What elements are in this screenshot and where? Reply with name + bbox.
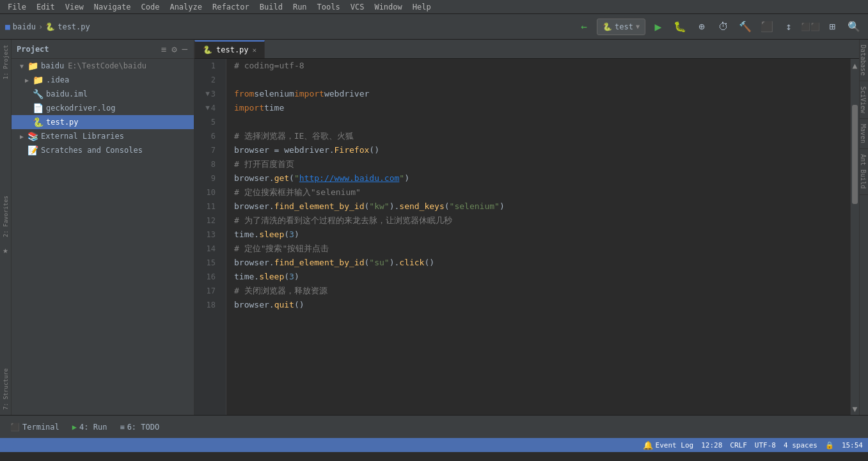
run-panel-button[interactable]: ▶ 4: Run xyxy=(67,420,113,434)
code-text-11i: ) xyxy=(500,199,505,214)
update-button[interactable]: ↕ xyxy=(780,18,798,36)
status-lock-icon: 🔒 xyxy=(825,441,834,449)
sidebar-minimize-button[interactable]: ─ xyxy=(181,43,189,56)
menu-build[interactable]: Build xyxy=(255,0,288,13)
sidebar-item-baidu-iml[interactable]: 🔧 baidu.iml xyxy=(12,87,194,101)
status-line-col[interactable]: 12:28 xyxy=(701,441,722,449)
code-text-13a: time. xyxy=(234,228,259,242)
code-text-9b: get xyxy=(274,171,289,185)
code-text-11c: ( xyxy=(365,199,370,214)
back-button[interactable]: ← xyxy=(575,18,593,36)
sidebar-item-scratches[interactable]: 📝 Scratches and Consoles xyxy=(12,143,194,157)
code-text-16a: time. xyxy=(234,270,259,284)
menu-tools[interactable]: Tools xyxy=(312,0,345,13)
left-icon-favorites[interactable]: 2: Favorites xyxy=(1,191,10,242)
code-text-15c: ( xyxy=(365,256,370,270)
run-config-label: test xyxy=(615,22,633,31)
sidebar-settings-button[interactable]: ≡ xyxy=(160,43,168,56)
debug-button[interactable]: 🐛 xyxy=(671,18,689,36)
sidebar-item-geckodriver[interactable]: 📄 geckodriver.log xyxy=(12,101,194,115)
left-icon-project[interactable]: 1: Project xyxy=(1,40,10,84)
status-encoding[interactable]: UTF-8 xyxy=(755,441,776,449)
code-area[interactable]: # coding=utf-8 from selenium import webd… xyxy=(226,59,850,415)
scroll-up-button[interactable]: ▲ xyxy=(851,59,859,72)
status-crlf[interactable]: CRLF xyxy=(730,441,747,449)
tree-label-testpy: test.py xyxy=(46,118,79,127)
terminal-button[interactable]: ⬛⬛ xyxy=(801,18,819,36)
sidebar-item-external-libs[interactable]: ▶ 📚 External Libraries xyxy=(12,129,194,143)
run-config-selector[interactable]: 🐍 test ▼ xyxy=(597,19,645,35)
stop-button[interactable]: ⬛ xyxy=(758,18,776,36)
gutter-11: 11 xyxy=(194,199,221,214)
right-tab-maven[interactable]: Maven xyxy=(860,119,868,149)
breadcrumb: ■ baidu › 🐍 test.py xyxy=(5,22,571,31)
tab-close-testpy[interactable]: ✕ xyxy=(253,46,257,54)
project-panel-toggle[interactable] xyxy=(5,441,14,449)
code-text-9d: " xyxy=(294,171,299,185)
menu-vcs[interactable]: VCS xyxy=(345,0,370,13)
code-line-10: # 定位搜索框并输入"selenium" xyxy=(234,185,850,199)
right-tab-sciview[interactable]: SciView xyxy=(860,81,868,119)
tree-label-idea: .idea xyxy=(46,75,69,84)
breadcrumb-project[interactable]: baidu xyxy=(13,22,36,31)
code-line-14: # 定位"搜索"按钮并点击 xyxy=(234,242,850,256)
event-log-link[interactable]: 🔔 Event Log xyxy=(643,441,694,450)
menu-refactor[interactable]: Refactor xyxy=(207,0,255,13)
tree-label-iml: baidu.iml xyxy=(46,90,88,98)
status-indent[interactable]: 4 spaces xyxy=(784,441,817,449)
breadcrumb-file[interactable]: test.py xyxy=(58,22,90,31)
favorites-star-icon[interactable]: ★ xyxy=(0,242,10,258)
code-line-11: browser.find_element_by_id("kw").send_ke… xyxy=(234,199,850,214)
menu-edit[interactable]: Edit xyxy=(31,0,60,13)
code-text-12: # 为了清洗的看到这个过程的来龙去脉，让浏览器休眠几秒 xyxy=(234,214,452,228)
file-icon-iml: 🔧 xyxy=(32,89,43,99)
menu-code[interactable]: Code xyxy=(136,0,165,13)
todo-label: 6: TODO xyxy=(127,423,160,432)
todo-button[interactable]: ≡ 6: TODO xyxy=(114,420,164,434)
menu-window[interactable]: Window xyxy=(369,0,407,13)
profile-button[interactable]: ⏱ xyxy=(714,18,732,36)
sidebar-item-idea[interactable]: ▶ 📁 .idea xyxy=(12,73,194,87)
code-line-15: browser.find_element_by_id("su").click() xyxy=(234,256,850,270)
scroll-thumb[interactable] xyxy=(852,105,858,204)
terminal-button[interactable]: ⬛ Terminal xyxy=(5,420,65,434)
code-text-11f: send_keys xyxy=(399,199,444,214)
menu-bar: File Edit View Navigate Code Analyze Ref… xyxy=(0,0,868,14)
code-text-13e: ) xyxy=(294,228,299,242)
layout-button[interactable]: ⊞ xyxy=(823,18,841,36)
sidebar-gear-button[interactable]: ⚙ xyxy=(170,43,178,56)
code-line-12: # 为了清洗的看到这个过程的来龙去脉，让浏览器休眠几秒 xyxy=(234,214,850,228)
gutter-14: 14 xyxy=(194,242,221,256)
right-tab-antbuild[interactable]: Ant Build xyxy=(860,149,868,194)
fold-marker-3[interactable]: ▼ xyxy=(205,87,210,101)
coverage-button[interactable]: ⊕ xyxy=(693,18,711,36)
menu-analyze[interactable]: Analyze xyxy=(164,0,207,13)
vertical-scrollbar[interactable]: ▲ ▼ xyxy=(850,59,859,415)
code-kw-import2: import xyxy=(234,101,264,115)
menu-file[interactable]: File xyxy=(3,0,31,13)
search-everywhere-button[interactable]: 🔍 xyxy=(845,18,863,36)
code-line-6: # 选择浏览器，IE、谷歌、火狐 xyxy=(234,129,850,143)
code-url-baidu[interactable]: http://www.baidu.com xyxy=(299,171,400,185)
sidebar-item-baidu[interactable]: ▼ 📁 baidu E:\TestCode\baidu xyxy=(12,59,194,73)
sidebar-item-testpy[interactable]: 🐍 test.py xyxy=(12,115,194,129)
menu-run[interactable]: Run xyxy=(288,0,312,13)
sidebar-header: Project ≡ ⚙ ─ xyxy=(12,40,194,59)
menu-navigate[interactable]: Navigate xyxy=(89,0,136,13)
code-text-15d: "su" xyxy=(369,256,389,270)
fold-marker-4[interactable]: ▼ xyxy=(205,101,210,115)
menu-help[interactable]: Help xyxy=(407,0,436,13)
run-button[interactable]: ▶ xyxy=(649,18,667,36)
expand-arrow-extlib: ▶ xyxy=(17,133,27,140)
tab-testpy[interactable]: 🐍 test.py ✕ xyxy=(194,40,265,58)
menu-view[interactable]: View xyxy=(60,0,89,13)
code-kw-import: import xyxy=(294,87,324,101)
left-icon-structure[interactable]: 7: Structure xyxy=(1,363,10,415)
build-button[interactable]: 🔨 xyxy=(736,18,754,36)
right-tab-database[interactable]: Database xyxy=(860,40,868,81)
gutter-8: 8 xyxy=(194,157,221,171)
code-text-13b: sleep xyxy=(259,228,284,242)
gutter: 1 2 ▼3 ▼4 5 6 7 8 9 10 11 12 13 14 15 16 xyxy=(194,59,226,415)
project-logo: ■ xyxy=(5,22,10,31)
scroll-down-button[interactable]: ▼ xyxy=(851,402,859,415)
